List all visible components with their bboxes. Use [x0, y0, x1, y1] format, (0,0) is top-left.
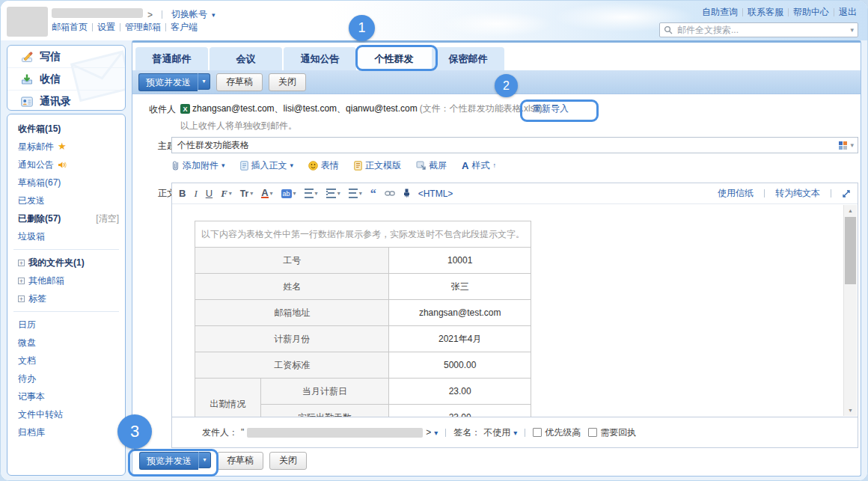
ordered-list-icon[interactable]: ▾: [326, 189, 340, 198]
add-attachment-button[interactable]: 添加附件 ▾: [171, 159, 225, 172]
tab-normal-mail[interactable]: 普通邮件: [135, 47, 208, 70]
expand-editor-icon[interactable]: [842, 189, 851, 198]
tree-labels[interactable]: +标签: [7, 289, 125, 307]
subject-input[interactable]: [176, 139, 836, 151]
expand-plus-icon[interactable]: +: [18, 260, 25, 266]
nav-manage-mailbox[interactable]: 管理邮箱: [125, 21, 161, 34]
nav-client[interactable]: 客户端: [171, 21, 198, 34]
nav-settings[interactable]: 设置: [97, 21, 115, 34]
tab-meeting[interactable]: 会议: [210, 47, 282, 70]
contacts-button[interactable]: 通讯录: [7, 91, 125, 111]
switch-account-link[interactable]: 切换帐号: [171, 8, 207, 21]
app-drive[interactable]: 微盘: [7, 334, 125, 352]
plain-text-link[interactable]: 转为纯文本: [775, 187, 820, 200]
bold-icon[interactable]: B: [179, 188, 186, 199]
editor-content-area[interactable]: 以下内容为表格文件中第一行数据作展示参考，实际发送时不包含此段提示文字。 工号1…: [172, 204, 858, 417]
high-priority-checkbox[interactable]: [533, 428, 542, 437]
tree-my-folders[interactable]: +我的文件夹(1): [7, 254, 125, 272]
style-up-arrow-icon: ↑: [492, 162, 496, 169]
folder-spam[interactable]: 垃圾箱: [7, 227, 125, 245]
blockquote-icon[interactable]: “: [370, 190, 376, 197]
receive-mail-button[interactable]: 收信: [7, 68, 125, 91]
folder-label: 已发送: [18, 192, 45, 209]
app-archive[interactable]: 归档库: [7, 423, 125, 441]
app-docs[interactable]: 文档: [7, 352, 125, 370]
indent-icon[interactable]: ▾: [349, 189, 362, 198]
body-template-button[interactable]: 正文模版: [354, 159, 401, 172]
scroll-down-icon[interactable]: ▼: [844, 405, 857, 416]
close-button-top[interactable]: 关闭: [269, 73, 306, 91]
chevron-down-icon[interactable]: ▾: [212, 11, 216, 19]
nav-mail-home[interactable]: 邮箱首页: [52, 21, 88, 34]
style-button[interactable]: A 样式 ↑: [462, 159, 496, 172]
tab-announcement[interactable]: 通知公告: [284, 47, 356, 70]
header-quick-links: 自助查询 联系客服 帮助中心 退出: [702, 6, 857, 19]
underline-icon[interactable]: U: [206, 188, 213, 199]
emoji-button[interactable]: 表情: [308, 159, 339, 172]
app-notes[interactable]: 记事本: [7, 387, 125, 405]
sender-dropdown-caret-icon[interactable]: ▾: [434, 429, 438, 437]
scroll-up-icon[interactable]: ▲: [844, 205, 857, 216]
align-icon[interactable]: ▾: [305, 189, 318, 198]
search-scope-caret-icon[interactable]: ▾: [850, 26, 854, 34]
font-size-icon[interactable]: Tr▾: [240, 189, 253, 199]
folder-drafts[interactable]: 草稿箱(67): [7, 174, 125, 192]
folder-label: 垃圾箱: [18, 227, 45, 245]
signature-dropdown-caret-icon[interactable]: ▾: [513, 429, 517, 437]
app-label: 微盘: [18, 334, 36, 352]
insert-link-icon[interactable]: [385, 190, 395, 197]
scrollbar-thumb[interactable]: [845, 217, 856, 284]
help-center-link[interactable]: 帮助中心: [793, 6, 829, 19]
tab-personalized-mass-mail[interactable]: 个性群发: [358, 47, 430, 70]
app-calendar[interactable]: 日历: [7, 316, 125, 334]
folder-inbox[interactable]: 收件箱(15): [7, 120, 125, 138]
app-file-transfer[interactable]: 文件中转站: [7, 405, 125, 423]
divider: [92, 23, 93, 31]
contact-support-link[interactable]: 联系客服: [748, 6, 783, 19]
reimport-link[interactable]: 重新导入: [533, 102, 569, 115]
font-color-icon[interactable]: A▾: [261, 189, 272, 198]
save-draft-button-top[interactable]: 存草稿: [216, 73, 263, 91]
send-options-caret-icon[interactable]: ▾: [198, 452, 211, 468]
tab-confidential-mail[interactable]: 保密邮件: [432, 47, 504, 70]
editor-scrollbar[interactable]: ▲ ▼: [843, 205, 857, 416]
folder-starred[interactable]: 星标邮件★: [7, 138, 125, 156]
html-source-button[interactable]: <HTML>: [418, 189, 453, 199]
folder-announcements[interactable]: 通知公告: [7, 156, 125, 174]
empty-trash-link[interactable]: [清空]: [96, 209, 119, 227]
highlight-icon[interactable]: ab▾: [281, 189, 296, 198]
self-service-link[interactable]: 自助查询: [702, 6, 738, 19]
clear-format-brush-icon[interactable]: [403, 189, 410, 198]
close-button-bottom[interactable]: 关闭: [269, 452, 307, 470]
save-draft-button-bottom[interactable]: 存草稿: [217, 452, 263, 470]
table-value-cell: zhangsan@test.com: [389, 300, 531, 326]
font-family-icon[interactable]: F▾: [221, 188, 232, 200]
expand-plus-icon[interactable]: +: [18, 295, 25, 302]
stationery-link[interactable]: 使用信纸: [718, 187, 754, 200]
preview-send-label[interactable]: 预览并发送: [138, 73, 198, 91]
preview-send-button-top[interactable]: 预览并发送 ▾: [138, 73, 210, 91]
preview-send-button-bottom[interactable]: 预览并发送 ▾: [139, 452, 211, 470]
send-options-caret-icon[interactable]: ▾: [198, 73, 210, 90]
subject-input-wrap: ▾: [171, 137, 858, 153]
expand-plus-icon[interactable]: +: [18, 278, 25, 284]
account-suffix: >: [147, 10, 153, 20]
chevron-down-icon: ▾: [290, 162, 294, 169]
contacts-label: 通讯录: [40, 95, 71, 108]
subject-template-grid-icon[interactable]: [839, 141, 847, 150]
app-todo[interactable]: 待办: [7, 370, 125, 387]
subject-options-caret-icon[interactable]: ▾: [850, 141, 854, 149]
logout-link[interactable]: 退出: [839, 6, 857, 19]
read-receipt-checkbox[interactable]: [588, 428, 597, 437]
tree-other-mailboxes[interactable]: +其他邮箱: [7, 272, 125, 289]
search-input[interactable]: [676, 24, 847, 36]
table-value-cell: 23.00: [389, 379, 531, 405]
mail-search-box[interactable]: ▾: [659, 22, 858, 37]
insert-body-button[interactable]: 插入正文 ▾: [240, 159, 294, 172]
italic-icon[interactable]: I: [194, 188, 197, 200]
compose-button[interactable]: 写信: [7, 46, 125, 68]
folder-deleted[interactable]: 已删除(57) [清空]: [7, 209, 125, 227]
folder-sent[interactable]: 已发送: [7, 192, 125, 209]
preview-send-label[interactable]: 预览并发送: [139, 452, 198, 470]
screenshot-button[interactable]: 截屏: [416, 159, 447, 172]
